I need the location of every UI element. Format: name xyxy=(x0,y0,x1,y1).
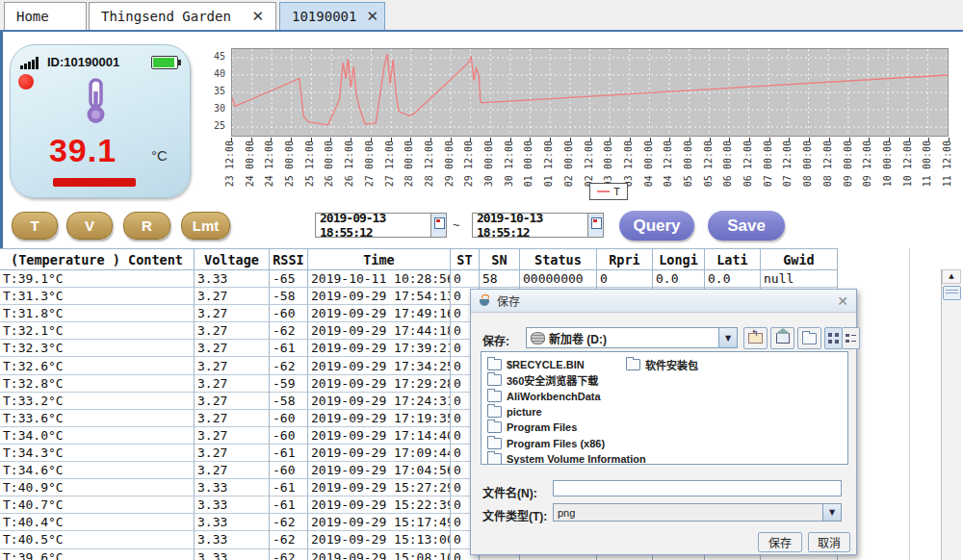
details-view-icon xyxy=(846,333,856,344)
thermometer-icon xyxy=(80,78,111,130)
cell: 3.27 xyxy=(195,305,270,322)
cell: 3.33 xyxy=(195,514,270,531)
app-window: HomeThingsend Garden✕10190001✕ ID:101900… xyxy=(0,0,963,560)
column-header-2[interactable]: RSSI xyxy=(270,248,308,270)
save-dialog: 保存 ✕ 保存: 新加卷 (D:) ▼ $RECYCLE.BIN360安全浏览器… xyxy=(470,289,857,555)
mode-button-t[interactable]: T xyxy=(12,212,58,240)
dialog-save-button[interactable]: 保存 xyxy=(758,532,802,552)
details-view-button[interactable] xyxy=(842,327,860,349)
filetype-value: png xyxy=(554,507,822,519)
column-header-7[interactable]: Rpri xyxy=(597,248,653,270)
save-button[interactable]: Save xyxy=(708,211,785,241)
grid-view-button[interactable] xyxy=(824,327,843,349)
cell: 2019-09-29 15:08:10 xyxy=(308,549,451,560)
chevron-down-icon[interactable]: ▼ xyxy=(718,328,737,347)
cell: 0.0 xyxy=(653,270,705,288)
filename-label: 文件名(N): xyxy=(482,484,537,500)
table-header-row: (Temperature ) ContentVoltageRSSITimeSTS… xyxy=(0,248,941,270)
column-header-0[interactable]: (Temperature ) Content xyxy=(0,248,195,270)
filetype-combobox[interactable]: png ▼ xyxy=(553,503,842,522)
save-dialog-title: 保存 xyxy=(497,293,520,309)
filename-input[interactable] xyxy=(553,480,842,496)
cell: 2019-09-29 17:39:21 xyxy=(308,340,451,357)
cell: T:40.4°C xyxy=(0,514,195,531)
dialog-close-icon[interactable]: ✕ xyxy=(837,293,848,309)
cell: 3.33 xyxy=(195,479,270,496)
cell: 3.27 xyxy=(195,357,270,374)
column-header-1[interactable]: Voltage xyxy=(195,248,270,270)
folder-name: 360安全浏览器下载 xyxy=(507,372,598,388)
x-tick-label: 07 12:00 xyxy=(782,140,793,187)
calendar-icon[interactable] xyxy=(587,214,603,237)
folder-item[interactable]: AliWorkbenchData xyxy=(487,389,601,404)
folder-item[interactable]: 360安全浏览器下载 xyxy=(487,372,598,388)
date-from-field[interactable]: 2019-09-13 18:55:12 xyxy=(315,213,447,238)
query-button[interactable]: Query xyxy=(619,211,694,241)
device-card: ID:10190001 39.1 °C xyxy=(10,44,191,198)
mode-button-v[interactable]: V xyxy=(66,212,113,240)
folder-item[interactable]: picture xyxy=(487,404,542,420)
folder-item[interactable]: Program Files (x86) xyxy=(487,436,605,451)
dialog-cancel-button[interactable]: 取消 xyxy=(808,532,850,552)
x-tick-label: 05 12:00 xyxy=(703,140,714,187)
x-tick-label: 29 00:00 xyxy=(444,140,455,187)
cell: -60 xyxy=(270,427,308,445)
mode-button-lmt[interactable]: Lmt xyxy=(181,212,230,240)
column-header-6[interactable]: Status xyxy=(520,248,597,270)
cell: -60 xyxy=(270,410,308,427)
cell: T:33.2°C xyxy=(0,393,195,410)
table-scrollbar[interactable]: ▲ xyxy=(941,269,961,560)
column-header-10[interactable]: Gwid xyxy=(761,248,838,270)
date-to-field[interactable]: 2019-10-13 18:55:12 xyxy=(472,213,604,238)
cell: 3.27 xyxy=(195,375,270,393)
x-tick-label: 29 12:00 xyxy=(463,140,474,187)
tab-10190001[interactable]: 10190001✕ xyxy=(279,2,385,30)
new-folder-icon xyxy=(802,333,817,344)
up-folder-button[interactable] xyxy=(743,327,768,349)
column-header-3[interactable]: Time xyxy=(308,248,451,270)
date-from-value[interactable]: 2019-09-13 18:55:12 xyxy=(316,211,430,240)
x-tick-label: 10 12:00 xyxy=(902,140,913,187)
device-id-label: ID:10190001 xyxy=(47,55,119,69)
chart-legend: T xyxy=(589,183,628,200)
cell: 3.27 xyxy=(195,322,270,340)
folder-item[interactable]: 软件安装包 xyxy=(626,357,698,372)
folder-item[interactable]: System Volume Information xyxy=(487,451,646,465)
save-in-label: 保存: xyxy=(482,332,509,348)
record-dot-icon xyxy=(18,74,34,89)
tab-close-icon[interactable]: ✕ xyxy=(356,8,378,25)
folder-name: System Volume Information xyxy=(507,453,646,465)
home-button[interactable] xyxy=(770,327,794,349)
scrollbar-up-icon[interactable]: ▲ xyxy=(942,269,961,284)
table-row[interactable]: T:39.1°C3.33-652019-10-11 10:28:56058000… xyxy=(0,270,941,288)
new-folder-button[interactable] xyxy=(797,327,821,349)
cell: T:31.8°C xyxy=(0,305,195,322)
column-header-9[interactable]: Lati xyxy=(705,248,761,270)
tab-close-icon[interactable]: ✕ xyxy=(242,8,264,25)
tab-home[interactable]: Home xyxy=(4,2,87,30)
temperature-value: 39.1 xyxy=(11,132,155,169)
cell: T:31.3°C xyxy=(0,288,195,305)
column-header-5[interactable]: SN xyxy=(480,248,520,270)
date-to-value[interactable]: 2019-10-13 18:55:12 xyxy=(473,211,587,240)
column-header-8[interactable]: Longi xyxy=(653,248,705,270)
folder-icon xyxy=(487,438,502,449)
folder-item[interactable]: Program Files xyxy=(487,420,577,435)
folder-item[interactable]: $RECYCLE.BIN xyxy=(487,357,585,372)
cell: T:33.6°C xyxy=(0,410,195,427)
location-value: 新加卷 (D:) xyxy=(527,330,718,346)
calendar-icon[interactable] xyxy=(430,214,446,237)
column-header-4[interactable]: ST xyxy=(451,248,480,270)
grid-view-icon xyxy=(828,333,839,344)
mode-button-r[interactable]: R xyxy=(123,212,170,240)
save-dialog-titlebar[interactable]: 保存 ✕ xyxy=(471,290,856,313)
scrollbar-thumb[interactable] xyxy=(943,286,961,300)
table-right-border xyxy=(909,248,910,560)
x-tick-label: 07 00:00 xyxy=(763,140,773,187)
filetype-label: 文件类型(T): xyxy=(482,507,547,523)
tab-thingsend-garden[interactable]: Thingsend Garden✕ xyxy=(89,2,276,30)
location-combobox[interactable]: 新加卷 (D:) ▼ xyxy=(526,327,738,348)
cell: 2019-09-29 17:14:40 xyxy=(308,427,451,445)
y-tick-label: 45 xyxy=(200,51,225,62)
chevron-down-icon[interactable]: ▼ xyxy=(822,504,841,521)
